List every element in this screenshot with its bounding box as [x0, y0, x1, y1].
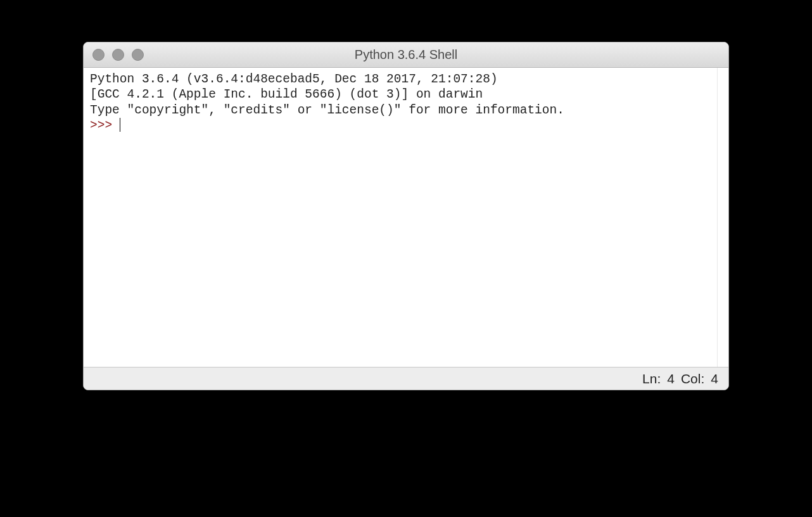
status-col-value: 4: [711, 371, 718, 386]
text-cursor-icon: [120, 118, 121, 132]
shell-line: Type "copyright", "credits" or "license(…: [90, 103, 564, 117]
close-icon[interactable]: [92, 49, 105, 61]
shell-line: Python 3.6.4 (v3.6.4:d48ecebad5, Dec 18 …: [90, 72, 505, 86]
window-title: Python 3.6.4 Shell: [84, 48, 728, 62]
shell-prompt: >>>: [90, 118, 120, 132]
content-area: Python 3.6.4 (v3.6.4:d48ecebad5, Dec 18 …: [84, 68, 728, 367]
scrollbar[interactable]: [717, 68, 728, 367]
minimize-icon[interactable]: [112, 49, 124, 61]
status-bar: Ln: 4 Col: 4: [84, 367, 728, 390]
status-col-label: Col:: [681, 371, 704, 386]
zoom-icon[interactable]: [132, 49, 144, 61]
traffic-lights: [84, 49, 144, 61]
shell-window: Python 3.6.4 Shell Python 3.6.4 (v3.6.4:…: [83, 42, 729, 390]
status-line-value: 4: [667, 371, 675, 386]
shell-line: [GCC 4.2.1 (Apple Inc. build 5666) (dot …: [90, 87, 483, 101]
shell-editor[interactable]: Python 3.6.4 (v3.6.4:d48ecebad5, Dec 18 …: [84, 68, 717, 367]
titlebar[interactable]: Python 3.6.4 Shell: [84, 42, 728, 68]
status-line-label: Ln:: [642, 371, 661, 386]
